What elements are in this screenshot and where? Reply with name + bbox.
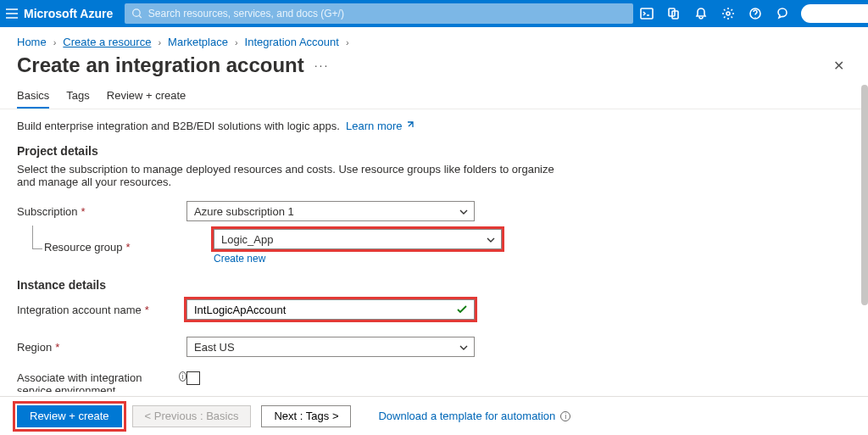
subscription-label-text: Subscription [17,205,78,218]
subscription-select[interactable]: Azure subscription 1 [186,201,475,221]
subscription-value: Azure subscription 1 [194,205,294,218]
global-search[interactable] [125,3,633,24]
crumb-marketplace[interactable]: Marketplace [168,36,228,48]
account-switcher[interactable] [801,4,868,23]
region-label: Region* [17,341,186,354]
resource-group-label: Resource group* [44,241,214,254]
download-template-link[interactable]: Download a template for automation i [378,410,570,422]
chevron-right-icon: › [235,37,238,47]
associate-ise-row: Associate with integration service envir… [17,371,851,392]
feedback-icon[interactable] [769,0,796,27]
svg-point-0 [133,9,140,16]
topbar-icon-group [633,0,868,27]
crumb-create-resource[interactable]: Create a resource [63,36,151,48]
scrollbar-thumb[interactable] [861,85,868,305]
info-icon[interactable]: i [179,371,186,382]
resource-group-label-text: Resource group [44,241,123,254]
required-asterisk: * [126,241,131,254]
resource-group-row: Resource group* Logic_App Create new [17,229,851,265]
chevron-right-icon: › [53,37,57,47]
page-more-menu[interactable]: ··· [314,59,330,72]
chevron-right-icon: › [158,37,161,47]
required-asterisk: * [81,205,86,218]
instance-details-heading: Instance details [17,278,851,292]
learn-more-label: Learn more [346,120,402,132]
vertical-scrollbar[interactable] [860,85,868,365]
crumb-integration-account[interactable]: Integration Account [245,36,339,48]
next-button[interactable]: Next : Tags > [261,405,351,427]
associate-ise-label: Associate with integration service envir… [17,371,186,392]
review-create-highlight: Review + create [17,405,122,427]
required-asterisk: * [55,341,59,354]
chevron-down-icon [459,343,469,353]
indent-connector [32,226,42,249]
svg-point-4 [726,12,730,15]
project-details-heading: Project details [17,144,851,158]
form-footer: Review + create < Previous : Basics Next… [0,396,868,435]
tab-basics[interactable]: Basics [17,84,49,109]
directories-icon[interactable] [660,0,687,27]
account-name-label-text: Integration account name [17,304,142,316]
chevron-right-icon: › [346,37,349,47]
subscription-row: Subscription* Azure subscription 1 [17,198,851,224]
breadcrumb: Home › Create a resource › Marketplace ›… [0,27,868,53]
chevron-down-icon [486,235,496,245]
azure-top-bar: Microsoft Azure [0,0,868,27]
associate-ise-checkbox[interactable] [186,371,200,385]
region-select[interactable]: East US [186,337,475,357]
page-title: Create an integration account [17,53,304,77]
intro-text-span: Build enterprise integration and B2B/EDI… [17,120,340,132]
resource-group-value: Logic_App [221,233,273,246]
intro-text: Build enterprise integration and B2B/EDI… [17,120,851,132]
required-asterisk: * [145,304,149,316]
integration-account-name-input[interactable] [186,299,475,320]
project-details-description: Select the subscription to manage deploy… [17,163,559,188]
create-new-resource-group-link[interactable]: Create new [214,253,502,265]
account-name-field-wrap [186,299,475,320]
tab-review-create[interactable]: Review + create [107,84,186,109]
notifications-icon[interactable] [687,0,715,27]
region-row: Region* East US [17,334,851,360]
resource-group-select[interactable]: Logic_App [214,229,502,249]
download-template-label: Download a template for automation [378,410,555,422]
help-icon[interactable] [742,0,769,27]
subscription-label: Subscription* [17,205,186,218]
learn-more-link[interactable]: Learn more [346,120,414,132]
brand-label[interactable]: Microsoft Azure [19,7,125,20]
crumb-home[interactable]: Home [17,36,47,48]
hamburger-menu-button[interactable] [5,7,19,20]
tab-tags[interactable]: Tags [66,84,89,109]
previous-button: < Previous : Basics [132,405,252,427]
cloud-shell-icon[interactable] [633,0,660,27]
region-label-text: Region [17,341,52,354]
validation-check-icon [456,304,468,318]
account-name-label: Integration account name* [17,304,186,316]
global-search-input[interactable] [148,8,626,20]
info-icon[interactable]: i [560,411,570,421]
region-value: East US [194,341,235,354]
associate-ise-label-text: Associate with integration service envir… [17,371,175,392]
settings-gear-icon[interactable] [715,0,742,27]
review-create-button[interactable]: Review + create [17,405,122,427]
close-blade-button[interactable]: ✕ [826,54,851,77]
svg-rect-1 [641,8,653,19]
chevron-down-icon [459,207,469,217]
page-title-row: Create an integration account ··· ✕ [0,53,868,84]
form-tabs: Basics Tags Review + create [0,84,868,109]
account-name-row: Integration account name* [17,297,851,322]
form-content: Build enterprise integration and B2B/EDI… [0,109,868,392]
